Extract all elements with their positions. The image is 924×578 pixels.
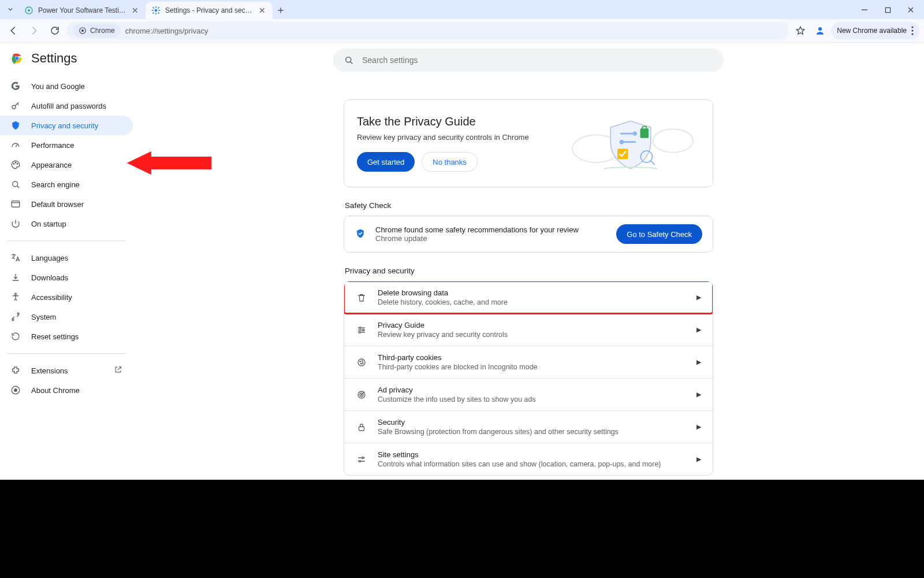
chrome-update-chip[interactable]: New Chrome available: [831, 22, 919, 39]
svg-point-41: [360, 361, 361, 362]
svg-point-39: [359, 331, 361, 333]
svg-point-14: [12, 105, 16, 109]
row-third-party-cookies[interactable]: Third-party cookiesThird-party cookies a…: [344, 346, 713, 378]
svg-point-20: [15, 293, 17, 295]
google-icon: [10, 81, 21, 91]
row-delete-browsing-data[interactable]: Delete browsing dataDelete history, cook…: [344, 281, 713, 313]
nav-label: Languages: [31, 254, 68, 262]
chevron-right-icon: ▶: [696, 326, 701, 334]
tab-title: Settings - Privacy and security: [165, 6, 253, 14]
nav-reset[interactable]: Reset settings: [0, 327, 133, 346]
svg-point-8: [911, 29, 913, 31]
nav-languages[interactable]: Languages: [0, 248, 133, 268]
nav-label: Extensions: [31, 366, 68, 375]
nav-label: Downloads: [31, 273, 68, 282]
shield-icon: [10, 120, 21, 131]
cookie-icon: [356, 357, 367, 368]
nav-extensions[interactable]: Extensions: [0, 361, 133, 380]
close-window-button[interactable]: [902, 3, 919, 17]
new-tab-button[interactable]: ＋: [273, 2, 289, 18]
sidebar: Settings You and Google Autofill and pas…: [0, 43, 133, 480]
minimize-button[interactable]: [856, 3, 873, 17]
nav-accessibility[interactable]: Accessibility: [0, 287, 133, 307]
guide-subtitle: Review key privacy and security controls…: [357, 133, 550, 142]
nav-system[interactable]: System: [0, 307, 133, 327]
safety-line1: Chrome found some safety recommendations…: [375, 225, 607, 234]
back-button[interactable]: [5, 22, 22, 39]
nav-on-startup[interactable]: On startup: [0, 214, 133, 234]
tab-favicon-gear-icon: [151, 6, 161, 15]
nav-downloads[interactable]: Downloads: [0, 268, 133, 287]
svg-point-9: [911, 33, 913, 35]
row-sub: Review key privacy and security controls: [378, 331, 686, 339]
speedometer-icon: [10, 140, 21, 150]
go-to-safety-check-button[interactable]: Go to Safety Check: [616, 224, 702, 244]
nav-group-3: Extensions About Chrome: [0, 358, 133, 402]
tab-2[interactable]: Settings - Privacy and security ✕: [146, 2, 273, 19]
chevron-right-icon: ▶: [696, 358, 701, 366]
nav-privacy-security[interactable]: Privacy and security: [0, 116, 133, 135]
nav-search-engine[interactable]: Search engine: [0, 175, 133, 194]
no-thanks-button[interactable]: No thanks: [422, 152, 478, 172]
nav-default-browser[interactable]: Default browser: [0, 194, 133, 214]
svg-point-40: [358, 359, 365, 366]
browser-icon: [10, 199, 21, 209]
nav-appearance[interactable]: Appearance: [0, 155, 133, 175]
row-site-settings[interactable]: Site settingsControls what information s…: [344, 443, 713, 475]
svg-point-49: [362, 457, 364, 458]
reset-icon: [10, 331, 21, 342]
tab-1[interactable]: Power Your Software Testing wi ✕: [18, 2, 146, 19]
reload-button[interactable]: [46, 22, 64, 39]
svg-rect-33: [640, 128, 649, 138]
privacy-list: Delete browsing dataDelete history, cook…: [344, 281, 713, 476]
settings-search[interactable]: [333, 49, 724, 72]
settings-header: Settings: [0, 51, 133, 74]
svg-point-32: [620, 140, 624, 144]
nav-performance[interactable]: Performance: [0, 135, 133, 155]
trash-icon: [356, 292, 367, 303]
chevron-right-icon: ▶: [696, 423, 701, 431]
chrome-logo-icon: [10, 52, 23, 65]
row-sub: Customize the info used by sites to show…: [378, 395, 686, 403]
row-title: Third-party cookies: [378, 353, 686, 362]
svg-rect-48: [359, 427, 364, 431]
settings-search-input[interactable]: [361, 55, 713, 65]
external-link-icon: [114, 365, 122, 376]
close-icon[interactable]: ✕: [131, 6, 140, 15]
nav-you-and-google[interactable]: You and Google: [0, 76, 133, 96]
nav-label: Privacy and security: [31, 121, 98, 130]
get-started-button[interactable]: Get started: [357, 152, 415, 172]
row-security[interactable]: SecuritySafe Browsing (protection from d…: [344, 410, 713, 443]
chevron-right-icon: ▶: [696, 391, 701, 398]
nav-label: Search engine: [31, 180, 80, 189]
extension-icon: [10, 365, 21, 376]
browser-toolbar: Chrome chrome://settings/privacy New Chr…: [0, 19, 924, 43]
accessibility-icon: [10, 292, 21, 302]
svg-point-22: [17, 313, 19, 314]
nav-about[interactable]: About Chrome: [0, 380, 133, 400]
bookmark-button[interactable]: [792, 22, 809, 39]
letterbox-bar: [0, 480, 924, 578]
row-title: Privacy Guide: [378, 321, 686, 329]
window-controls: [856, 3, 919, 17]
translate-icon: [10, 253, 21, 263]
nav-autofill[interactable]: Autofill and passwords: [0, 96, 133, 116]
omnibox[interactable]: Chrome chrome://settings/privacy: [67, 22, 788, 39]
tab-search-dropdown[interactable]: [2, 1, 18, 17]
row-title: Site settings: [378, 450, 686, 459]
site-chip-label: Chrome: [90, 27, 115, 35]
forward-button[interactable]: [25, 22, 43, 39]
chevron-right-icon: ▶: [696, 294, 701, 301]
svg-point-43: [361, 363, 362, 364]
row-privacy-guide[interactable]: Privacy GuideReview key privacy and secu…: [344, 313, 713, 346]
chevron-right-icon: ▶: [696, 455, 701, 463]
nav-label: You and Google: [31, 82, 85, 91]
nav-label: Default browser: [31, 200, 84, 209]
row-ad-privacy[interactable]: Ad privacyCustomize the info used by sit…: [344, 378, 713, 410]
tune-icon: [356, 454, 367, 465]
maximize-button[interactable]: [879, 3, 896, 17]
svg-point-6: [818, 27, 822, 31]
profile-button[interactable]: [811, 22, 829, 39]
site-chip[interactable]: Chrome: [73, 24, 121, 38]
close-icon[interactable]: ✕: [258, 6, 267, 15]
